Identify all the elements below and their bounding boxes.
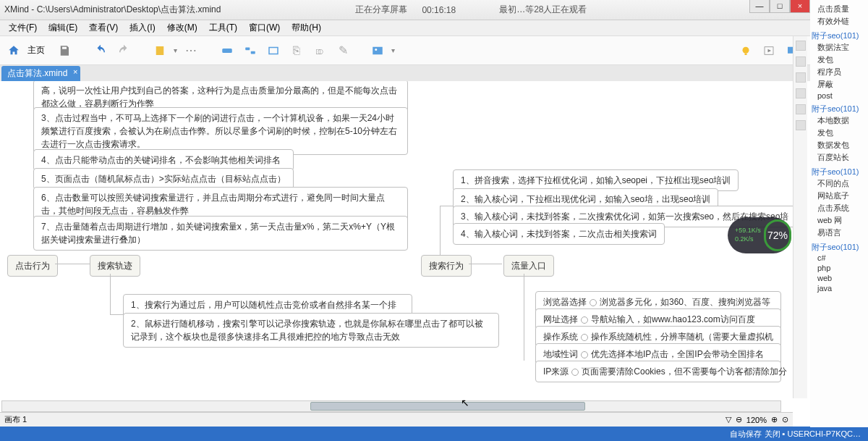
side-item[interactable]: post [812, 91, 867, 101]
side-panel: 点击质量 有效外链 附子seo(101) 数据法宝 发包 程序员 屏蔽 post… [810, 0, 868, 427]
side-head[interactable]: 附子seo(101) [812, 104, 867, 114]
home-label[interactable]: 主页 [27, 44, 45, 56]
node-traffic-entry[interactable]: 流量入口 [503, 255, 554, 277]
paint-icon[interactable]: ✎ [333, 41, 352, 60]
side-item[interactable]: 百度站长 [812, 151, 867, 164]
home-icon[interactable] [4, 41, 23, 60]
perf-overlay: +59.1K/s 0.2K/s 72% [728, 217, 791, 253]
fit-icon[interactable]: ⊙ [782, 415, 788, 424]
side-item[interactable]: 不同的点 [812, 177, 867, 190]
side-item[interactable]: 点击系统 [812, 202, 867, 214]
node-tip7[interactable]: 7、点击量随着点击周期进行增加，如关键词搜索量x，第一天点击量x%，第二天x%+… [33, 216, 408, 251]
menu-window[interactable]: 窗口(W) [243, 20, 286, 35]
image-icon[interactable] [368, 41, 387, 60]
side-head[interactable]: 附子seo(101) [812, 30, 867, 41]
minimize-button[interactable]: — [749, 0, 770, 13]
dropdown2-icon[interactable]: ▾ [391, 46, 395, 54]
filter-icon[interactable]: ▽ [726, 415, 731, 424]
side-item[interactable]: 发包 [812, 54, 867, 66]
side-item[interactable]: 本地数据 [812, 114, 867, 127]
tab-label: 点击算法.xmind [7, 68, 67, 78]
close-button[interactable]: × [790, 0, 810, 13]
rail-btn-1[interactable] [796, 41, 806, 51]
net-up: +59.1K/s [735, 227, 761, 235]
side-item[interactable]: 有效外链 [812, 15, 867, 28]
side-item[interactable]: 程序员 [812, 66, 867, 78]
side-head[interactable]: 附子seo(101) [812, 167, 867, 177]
menu-modify[interactable]: 修改(M) [161, 20, 203, 35]
node-search-track[interactable]: 搜索轨迹 [90, 255, 140, 277]
node-r4[interactable]: 4、输入核心词，未找到答案，二次点击相关搜索词 [453, 223, 665, 245]
share-time: 00:16:18 [422, 5, 456, 15]
side-item[interactable]: 网站底子 [812, 190, 867, 202]
svg-rect-5 [373, 46, 383, 54]
net-down: 0.2K/s [735, 235, 761, 244]
menu-file[interactable]: 文件(F) [3, 20, 43, 35]
rail-btn-3[interactable] [796, 72, 806, 83]
side-head[interactable]: 附子seo(101) [812, 242, 867, 253]
side-item[interactable]: 屏蔽 [812, 78, 867, 91]
side-item[interactable]: 数据发包 [812, 139, 867, 151]
paste-icon[interactable] [150, 41, 169, 60]
side-item[interactable]: web 网 [812, 214, 867, 227]
boundary-icon[interactable]: ⎘ [287, 41, 306, 60]
play-icon[interactable] [760, 41, 778, 60]
bulb-icon[interactable] [736, 41, 755, 60]
rail-btn-4[interactable] [796, 88, 806, 98]
dropdown-icon[interactable]: ▾ [174, 46, 177, 54]
menu-help[interactable]: 帮助(H) [286, 20, 327, 35]
subtopic-icon[interactable] [241, 41, 260, 60]
rail-btn-2[interactable] [796, 56, 806, 67]
node-search-behavior[interactable]: 搜索行为 [421, 255, 472, 277]
menu-edit[interactable]: 编辑(E) [43, 20, 83, 35]
maximize-button[interactable]: □ [770, 0, 790, 13]
h-scrollbar[interactable]: ↖ [1, 400, 781, 412]
side-item[interactable]: 点击质量 [812, 3, 867, 15]
bottom-bar: 自动保存 关闭 ▪ USERCHI-P7KQC… [0, 427, 868, 441]
undo-icon[interactable] [91, 41, 110, 60]
titlebar: XMind - C:\Users\Administrator\Desktop\点… [0, 0, 868, 20]
mindmap-canvas[interactable]: 高，说明一次性让用户找到自己的答案，这种行为是点击质量加分最高的，但是不能每次点… [0, 81, 793, 397]
side-item[interactable]: 易语言 [812, 227, 867, 239]
side-item[interactable]: java [812, 283, 867, 293]
more-icon[interactable]: ⋯ [182, 41, 200, 60]
rail-btn-5[interactable] [796, 104, 806, 114]
zoom-in-icon[interactable]: ⊕ [771, 415, 778, 424]
window-title: XMind - C:\Users\Administrator\Desktop\点… [0, 4, 225, 16]
status-bar: 画布 1 ▽ ⊖ 120% ⊕ ⊙ [0, 412, 793, 427]
tab-strip: 点击算法.xmind × [0, 65, 868, 81]
autosave-label: 自动保存 关闭 ▪ USERCHI-P7KQC… [730, 429, 861, 440]
zoom-value: 120% [746, 416, 767, 424]
h-scroll-thumb[interactable] [310, 402, 585, 411]
tab-document[interactable]: 点击算法.xmind × [1, 66, 80, 81]
node-tip3[interactable]: 3、点击过程当中，不可马上选择下一个刷的词进行点击，一个计算机设备，如果一天24… [33, 107, 408, 155]
side-item[interactable]: web [812, 273, 867, 283]
zoom-out-icon[interactable]: ⊖ [736, 415, 742, 424]
side-item[interactable]: php [812, 263, 867, 273]
side-item[interactable]: 发包 [812, 127, 867, 139]
relation-icon[interactable] [264, 41, 283, 60]
save-icon[interactable] [55, 41, 74, 60]
side-item[interactable]: 数据法宝 [812, 41, 867, 54]
svg-rect-4 [269, 47, 278, 54]
side-item[interactable]: c# [812, 253, 867, 263]
row-ip[interactable]: IP来源页面需要清除Cookies，但不需要每个访客都清除加分 [535, 361, 781, 382]
svg-point-6 [375, 49, 377, 51]
menu-insert[interactable]: 插入(I) [124, 20, 161, 35]
topic-icon[interactable] [218, 41, 237, 60]
menu-view[interactable]: 查看(V) [83, 20, 124, 35]
sheet-label[interactable]: 画布 1 [4, 414, 27, 425]
svg-rect-1 [222, 49, 232, 53]
node-click-behavior[interactable]: 点击行为 [7, 255, 58, 277]
menu-tools[interactable]: 工具(T) [203, 20, 243, 35]
summary-icon[interactable]: ⎄ [310, 41, 329, 60]
right-rail [793, 36, 807, 398]
share-viewers: 最初…等28人正在观看 [499, 4, 587, 16]
tab-close-icon[interactable]: × [73, 67, 77, 76]
node-b2[interactable]: 2、鼠标进行随机移动，搜索引擎可以记录你搜索轨迹，也就是你鼠标在哪里点击了都可以… [123, 313, 499, 348]
toolbar: 主页 ▾ ⋯ ⎘ ⎄ ✎ ▾ ⇪ ▾ ⎘ ▾ [0, 36, 868, 65]
svg-rect-0 [156, 46, 164, 55]
redo-icon[interactable] [114, 41, 133, 60]
perf-pct: 72% [764, 219, 791, 251]
rail-btn-6[interactable] [796, 120, 806, 130]
